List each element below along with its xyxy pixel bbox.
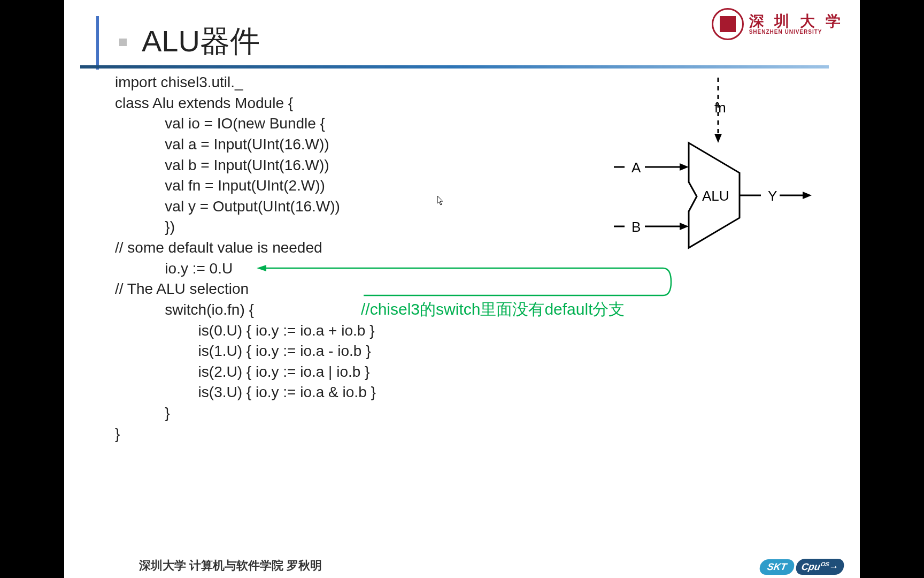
diagram-label-a: A <box>632 159 641 176</box>
university-text: 深 圳 大 学 SHENZHEN UNIVERSITY <box>749 14 844 35</box>
code-line: is(1.U) { io.y := io.a - io.b } <box>115 343 371 359</box>
svg-marker-11 <box>803 192 812 199</box>
svg-marker-4 <box>680 163 689 171</box>
svg-marker-1 <box>714 134 722 143</box>
title-underline <box>80 65 829 69</box>
code-line: val fn = Input(UInt(2.W)) <box>115 177 325 194</box>
slide: ALU器件 深 圳 大 学 SHENZHEN UNIVERSITY import… <box>64 0 860 578</box>
code-line: val b = Input(UInt(16.W)) <box>115 157 329 173</box>
cursor-icon <box>437 195 444 206</box>
annotation-arrow-icon <box>257 261 674 303</box>
code-line: val io = IO(new Bundle { <box>115 115 325 132</box>
skt-badge: SKT <box>759 559 796 575</box>
university-seal-icon <box>712 8 744 40</box>
university-name-cn: 深 圳 大 学 <box>749 14 844 29</box>
code-line: import chisel3.util._ <box>115 74 243 90</box>
diagram-label-fn: fn <box>714 100 726 116</box>
slide-title: ALU器件 <box>142 21 260 62</box>
code-line: class Alu extends Module { <box>115 95 293 111</box>
cpu-badge: CpuOS→ <box>795 559 845 575</box>
code-line: is(2.U) { io.y := io.a | io.b } <box>115 363 369 380</box>
footer-logo: SKT CpuOS→ <box>760 559 844 575</box>
diagram-label-b: B <box>632 219 641 235</box>
alu-diagram: fn A B ALU Y <box>614 78 817 260</box>
code-line: io.y := 0.U <box>115 260 233 277</box>
footer-text: 深圳大学 计算机与软件学院 罗秋明 <box>139 558 322 574</box>
code-line: switch(io.fn) { <box>115 301 254 318</box>
diagram-label-y: Y <box>768 188 777 204</box>
code-line: val a = Input(UInt(16.W)) <box>115 136 329 153</box>
code-line: is(0.U) { io.y := io.a + io.b } <box>115 322 375 339</box>
code-block: import chisel3.util._ class Alu extends … <box>115 72 376 444</box>
diagram-label-alu: ALU <box>702 188 729 204</box>
title-bullet-icon <box>119 39 127 46</box>
code-line: } <box>115 425 120 442</box>
code-line: } <box>115 405 170 421</box>
university-name-en: SHENZHEN UNIVERSITY <box>749 29 844 35</box>
svg-marker-12 <box>257 265 266 271</box>
code-line: // The ALU selection <box>115 280 249 297</box>
university-logo: 深 圳 大 学 SHENZHEN UNIVERSITY <box>712 8 844 40</box>
code-line: is(3.U) { io.y := io.a & io.b } <box>115 384 376 400</box>
code-line: val y = Output(UInt(16.W)) <box>115 198 340 215</box>
code-line: // some default value is needed <box>115 239 322 256</box>
svg-marker-7 <box>680 223 689 230</box>
annotation-text: //chisel3的switch里面没有default分支 <box>361 299 625 321</box>
code-line: }) <box>115 218 175 235</box>
